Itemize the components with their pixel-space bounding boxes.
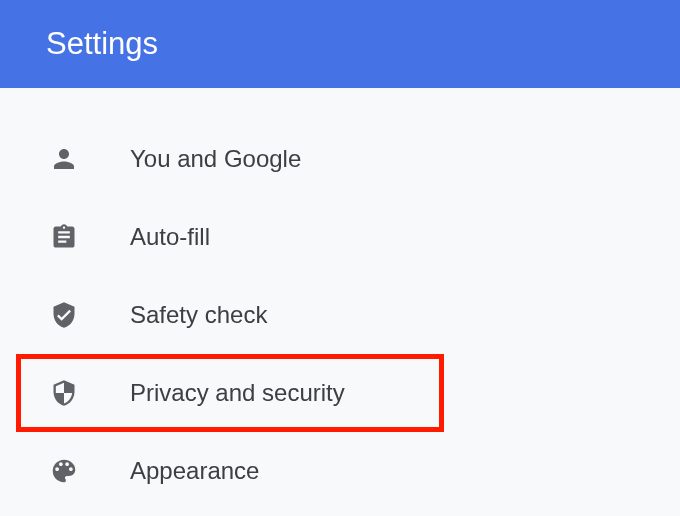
page-title: Settings (46, 26, 158, 62)
person-icon (48, 143, 80, 175)
menu-label: You and Google (130, 145, 301, 173)
menu-item-autofill[interactable]: Auto-fill (0, 198, 680, 276)
settings-menu: You and Google Auto-fill Safety check Pr… (0, 88, 680, 510)
menu-item-appearance[interactable]: Appearance (0, 432, 680, 510)
clipboard-icon (48, 221, 80, 253)
menu-label: Appearance (130, 457, 259, 485)
shield-check-icon (48, 299, 80, 331)
menu-label: Auto-fill (130, 223, 210, 251)
header: Settings (0, 0, 680, 88)
security-icon (48, 377, 80, 409)
menu-label: Safety check (130, 301, 267, 329)
palette-icon (48, 455, 80, 487)
menu-item-safety-check[interactable]: Safety check (0, 276, 680, 354)
menu-item-privacy-security[interactable]: Privacy and security (16, 354, 444, 432)
menu-label: Privacy and security (130, 379, 345, 407)
menu-item-you-and-google[interactable]: You and Google (0, 120, 680, 198)
